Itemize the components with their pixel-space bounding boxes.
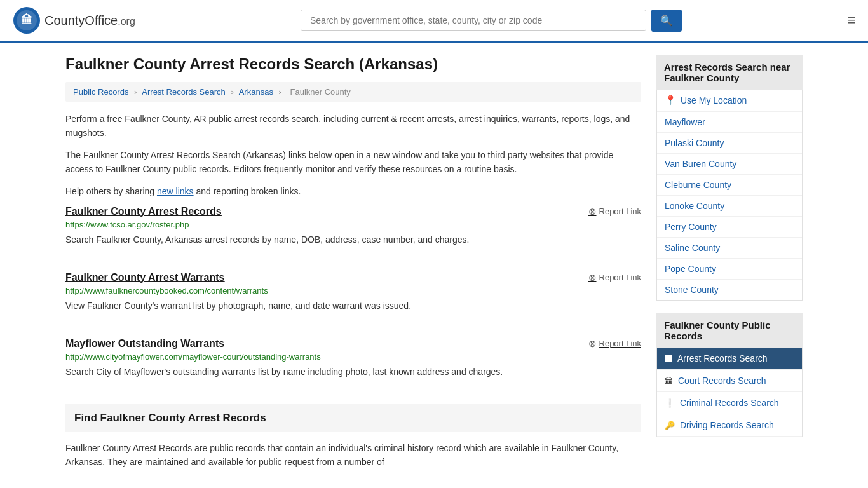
sidebar-records-header: Faulkner County Public Records [656, 313, 803, 348]
sidebar-nearby-stone[interactable]: Stone County [657, 280, 802, 300]
page-title: Faulkner County Arrest Records Search (A… [65, 55, 641, 73]
use-my-location-link[interactable]: Use My Location [681, 95, 747, 105]
sidebar-nearby-pulaski[interactable]: Pulaski County [657, 133, 802, 154]
sidebar-nearby-vanburen[interactable]: Van Buren County [657, 154, 802, 175]
sidebar-nearby-header: Arrest Records Search near Faulkner Coun… [656, 55, 803, 90]
search-input[interactable] [301, 10, 646, 31]
result-item-1: Faulkner County Arrest Records ⊗ Report … [65, 206, 641, 257]
svg-text:🏛: 🏛 [21, 13, 32, 27]
description-para1: Perform a free Faulkner County, AR publi… [65, 112, 641, 140]
sidebar-nearby-cleburne[interactable]: Cleburne County [657, 175, 802, 196]
menu-button[interactable]: ≡ [847, 13, 855, 27]
sidebar-record-court[interactable]: 🏛 Court Records Search [657, 370, 802, 392]
description-para3: Help others by sharing new links and rep… [65, 184, 641, 198]
result-url-1[interactable]: https://www.fcso.ar.gov/roster.php [65, 220, 641, 229]
result-item-2: Faulkner County Arrest Warrants ⊗ Report… [65, 272, 641, 323]
sidebar: Arrest Records Search near Faulkner Coun… [656, 55, 803, 470]
description-para2: The Faulkner County Arrest Records Searc… [65, 148, 641, 177]
find-section-heading: Find Faulkner County Arrest Records [74, 412, 632, 424]
sidebar-nearby-lonoke[interactable]: Lonoke County [657, 196, 802, 217]
sidebar-nearby-list: 📍 Use My Location Mayflower Pulaski Coun… [656, 90, 803, 301]
sidebar-use-location[interactable]: 📍 Use My Location [657, 90, 802, 112]
result-title-link-2[interactable]: Faulkner County Arrest Warrants [65, 272, 224, 283]
breadcrumb-current: Faulkner County [290, 87, 350, 97]
header: 🏛 CountyOffice.org 🔍 ≡ [0, 0, 868, 43]
report-link-1[interactable]: ⊗ Report Link [588, 206, 641, 217]
court-records-icon: 🏛 [665, 376, 673, 386]
logo-icon: 🏛 [13, 6, 41, 34]
sidebar-records-section: Faulkner County Public Records Arrest Re… [656, 313, 803, 437]
sidebar-record-arrest[interactable]: Arrest Records Search [657, 348, 802, 370]
breadcrumb-arrest-records[interactable]: Arrest Records Search [142, 87, 226, 97]
report-icon-1: ⊗ [588, 206, 597, 217]
result-desc-3: Search City of Mayflower's outstanding w… [65, 365, 641, 379]
report-link-3[interactable]: ⊗ Report Link [588, 338, 641, 349]
sidebar-nearby-section: Arrest Records Search near Faulkner Coun… [656, 55, 803, 301]
report-icon-2: ⊗ [588, 272, 597, 283]
location-pin-icon: 📍 [665, 95, 677, 106]
sidebar-nearby-saline[interactable]: Saline County [657, 238, 802, 259]
criminal-records-icon: ❕ [665, 398, 675, 408]
search-area: 🔍 [301, 10, 682, 32]
find-section: Find Faulkner County Arrest Records [65, 404, 641, 432]
sidebar-records-list: Arrest Records Search 🏛 Court Records Se… [656, 348, 803, 437]
search-button[interactable]: 🔍 [651, 10, 682, 32]
result-desc-2: View Faulkner County's warrant list by p… [65, 299, 641, 313]
sidebar-nearby-perry[interactable]: Perry County [657, 217, 802, 238]
result-title-link-1[interactable]: Faulkner County Arrest Records [65, 206, 222, 217]
new-links-link[interactable]: new links [157, 186, 194, 196]
driving-records-icon: 🔑 [665, 421, 675, 430]
main-container: Faulkner County Arrest Records Search (A… [53, 43, 815, 482]
logo-text: CountyOffice.org [44, 13, 135, 28]
arrest-records-square-icon [665, 355, 672, 362]
find-section-desc: Faulkner County Arrest Records are publi… [65, 441, 641, 470]
breadcrumb-arkansas[interactable]: Arkansas [239, 87, 273, 97]
content-area: Faulkner County Arrest Records Search (A… [65, 55, 641, 470]
logo-area: 🏛 CountyOffice.org [13, 6, 135, 34]
breadcrumb: Public Records › Arrest Records Search ›… [65, 82, 641, 102]
result-url-3[interactable]: http://www.cityofmayflower.com/mayflower… [65, 352, 641, 362]
sidebar-nearby-mayflower[interactable]: Mayflower [657, 112, 802, 133]
result-title-link-3[interactable]: Mayflower Outstanding Warrants [65, 338, 224, 349]
report-link-2[interactable]: ⊗ Report Link [588, 272, 641, 283]
report-icon-3: ⊗ [588, 338, 597, 349]
sidebar-nearby-pope[interactable]: Pope County [657, 259, 802, 280]
result-item-3: Mayflower Outstanding Warrants ⊗ Report … [65, 338, 641, 389]
result-desc-1: Search Faulkner County, Arkansas arrest … [65, 233, 641, 247]
sidebar-record-driving[interactable]: 🔑 Driving Records Search [657, 414, 802, 437]
result-url-2[interactable]: http://www.faulknercountybooked.com/cont… [65, 286, 641, 295]
sidebar-record-criminal[interactable]: ❕ Criminal Records Search [657, 392, 802, 414]
breadcrumb-public-records[interactable]: Public Records [73, 87, 128, 97]
